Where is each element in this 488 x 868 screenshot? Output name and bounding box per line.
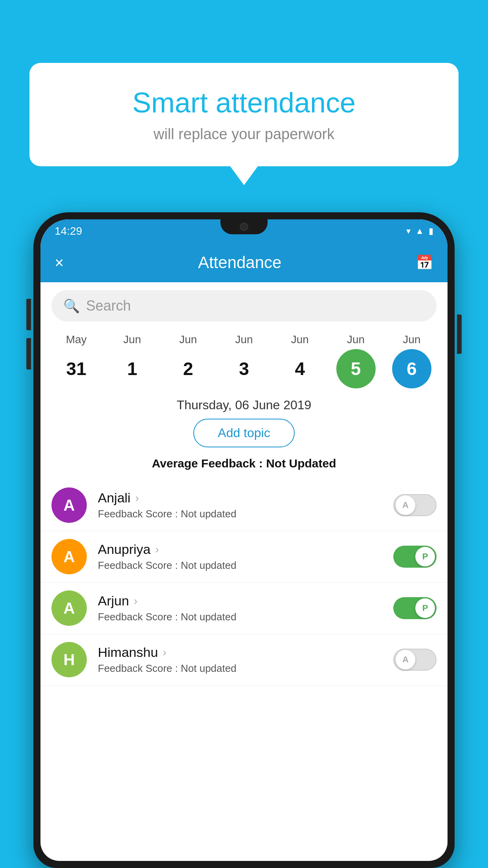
avatar: H xyxy=(51,642,87,677)
student-info: Arjun › Feedback Score : Not updated xyxy=(98,593,393,623)
wifi-icon: ▾ xyxy=(406,226,411,236)
signal-icon: ▲ xyxy=(415,226,424,236)
student-info: Anjali › Feedback Score : Not updated xyxy=(98,490,393,520)
student-feedback: Feedback Score : Not updated xyxy=(98,611,393,623)
date-month-label: Jun xyxy=(403,333,420,346)
battery-icon: ▮ xyxy=(429,226,433,236)
phone-frame: 14:29 ▾ ▲ ▮ × Attendance 📅 🔍 Search May3… xyxy=(33,212,455,868)
date-number[interactable]: 6 xyxy=(392,349,431,388)
avg-feedback-label: Average Feedback : xyxy=(152,457,266,470)
avg-feedback-value: Not Updated xyxy=(266,457,336,470)
notch xyxy=(220,219,268,234)
list-item[interactable]: A Arjun › Feedback Score : Not updated P xyxy=(40,583,448,634)
date-month-label: Jun xyxy=(347,333,365,346)
speech-bubble-subtitle: will replace your paperwork xyxy=(61,126,427,143)
chevron-right-icon: › xyxy=(134,595,137,607)
status-icons: ▾ ▲ ▮ xyxy=(406,226,433,236)
date-number[interactable]: 5 xyxy=(336,349,376,388)
avatar: A xyxy=(51,590,87,626)
list-item[interactable]: A Anjali › Feedback Score : Not updated … xyxy=(40,480,448,531)
attendance-toggle[interactable]: P xyxy=(393,546,437,568)
status-bar: 14:29 ▾ ▲ ▮ xyxy=(40,219,448,243)
student-name: Anjali xyxy=(98,490,130,506)
app-header: × Attendance 📅 xyxy=(40,243,448,282)
date-number[interactable]: 2 xyxy=(169,349,208,388)
toggle-on[interactable]: P xyxy=(393,546,437,568)
student-name: Anupriya xyxy=(98,542,150,557)
chevron-right-icon: › xyxy=(135,492,139,504)
date-column[interactable]: Jun5 xyxy=(328,333,383,388)
calendar-icon[interactable]: 📅 xyxy=(416,254,433,271)
camera xyxy=(240,223,248,231)
student-feedback: Feedback Score : Not updated xyxy=(98,508,393,520)
feedback-value: Not updated xyxy=(181,611,237,623)
date-column[interactable]: Jun2 xyxy=(161,333,216,388)
status-time: 14:29 xyxy=(55,225,82,237)
feedback-value: Not updated xyxy=(181,662,237,674)
search-placeholder: Search xyxy=(86,298,131,314)
date-month-label: Jun xyxy=(179,333,197,346)
attendance-toggle[interactable]: A xyxy=(393,649,437,671)
avatar: A xyxy=(51,539,87,574)
student-list: A Anjali › Feedback Score : Not updated … xyxy=(40,480,448,686)
chevron-right-icon: › xyxy=(155,543,159,556)
student-name: Arjun xyxy=(98,593,129,609)
toggle-knob: P xyxy=(415,598,435,618)
toggle-knob: P xyxy=(415,547,435,566)
toggle-knob: A xyxy=(396,495,415,515)
phone-screen: 14:29 ▾ ▲ ▮ × Attendance 📅 🔍 Search May3… xyxy=(40,219,448,861)
date-number[interactable]: 31 xyxy=(57,349,96,388)
student-name: Himanshu xyxy=(98,645,158,660)
date-month-label: Jun xyxy=(291,333,309,346)
chevron-right-icon: › xyxy=(163,646,166,659)
attendance-toggle[interactable]: P xyxy=(393,597,437,619)
feedback-label: Feedback Score : xyxy=(98,559,181,571)
date-month-label: Jun xyxy=(123,333,141,346)
attendance-toggle[interactable]: A xyxy=(393,494,437,516)
search-bar[interactable]: 🔍 Search xyxy=(51,290,437,322)
date-month-label: May xyxy=(66,333,87,346)
list-item[interactable]: H Himanshu › Feedback Score : Not update… xyxy=(40,634,448,686)
vol-up-button[interactable] xyxy=(26,299,31,330)
date-column[interactable]: Jun4 xyxy=(272,333,327,388)
date-number[interactable]: 1 xyxy=(112,349,152,388)
selected-date: Thursday, 06 June 2019 xyxy=(40,398,448,412)
vol-down-button[interactable] xyxy=(26,338,31,370)
toggle-knob: A xyxy=(396,650,415,669)
avatar: A xyxy=(51,487,87,523)
toggle-on[interactable]: P xyxy=(393,597,437,619)
list-item[interactable]: A Anupriya › Feedback Score : Not update… xyxy=(40,531,448,583)
feedback-label: Feedback Score : xyxy=(98,662,181,674)
power-button[interactable] xyxy=(457,314,462,354)
search-icon: 🔍 xyxy=(63,298,80,314)
date-number[interactable]: 4 xyxy=(280,349,319,388)
date-month-label: Jun xyxy=(235,333,253,346)
add-topic-button[interactable]: Add topic xyxy=(193,419,294,447)
toggle-off[interactable]: A xyxy=(393,494,437,516)
avg-feedback: Average Feedback : Not Updated xyxy=(40,457,448,470)
app-title: Attendance xyxy=(198,253,282,272)
date-column[interactable]: May31 xyxy=(49,333,104,388)
calendar-strip: May31Jun1Jun2Jun3Jun4Jun5Jun6 xyxy=(40,329,448,388)
toggle-off[interactable]: A xyxy=(393,649,437,671)
feedback-label: Feedback Score : xyxy=(98,508,181,520)
date-column[interactable]: Jun3 xyxy=(216,333,272,388)
date-number[interactable]: 3 xyxy=(224,349,264,388)
feedback-value: Not updated xyxy=(181,508,237,520)
student-feedback: Feedback Score : Not updated xyxy=(98,662,393,675)
student-name-row: Anjali › xyxy=(98,490,393,506)
student-name-row: Himanshu › xyxy=(98,645,393,660)
student-name-row: Arjun › xyxy=(98,593,393,609)
speech-bubble: Smart attendance will replace your paper… xyxy=(29,63,459,166)
close-button[interactable]: × xyxy=(55,254,64,272)
speech-bubble-title: Smart attendance xyxy=(61,86,427,119)
student-feedback: Feedback Score : Not updated xyxy=(98,559,393,572)
date-column[interactable]: Jun1 xyxy=(105,333,160,388)
student-name-row: Anupriya › xyxy=(98,542,393,557)
date-column[interactable]: Jun6 xyxy=(384,333,439,388)
feedback-label: Feedback Score : xyxy=(98,611,181,623)
student-info: Anupriya › Feedback Score : Not updated xyxy=(98,542,393,572)
student-info: Himanshu › Feedback Score : Not updated xyxy=(98,645,393,675)
feedback-value: Not updated xyxy=(181,559,237,571)
